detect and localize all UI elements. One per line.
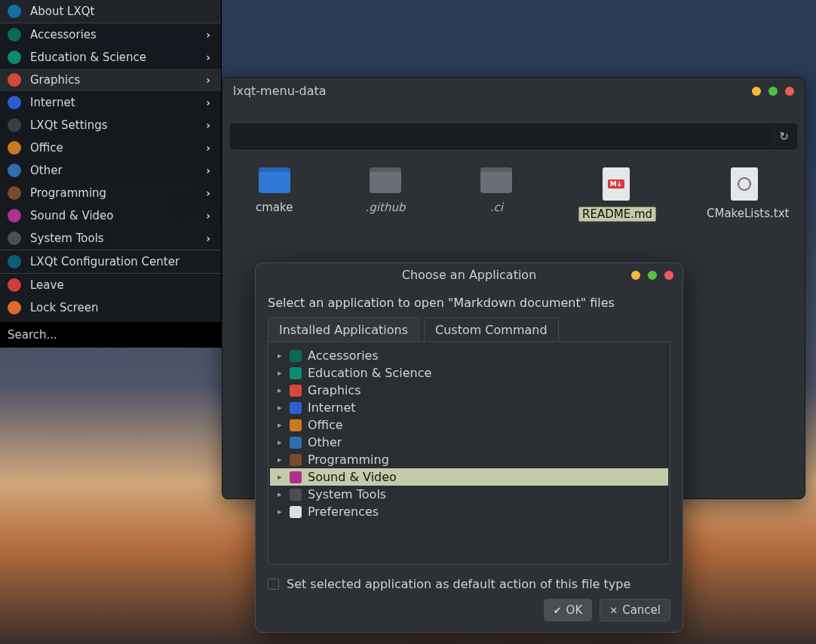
file-item[interactable]: CMakeLists.txt [707,167,782,220]
default-action-checkbox[interactable]: Set selected application as default acti… [268,577,670,591]
menu-search-input[interactable]: Search... [0,322,221,348]
ok-button[interactable]: ✔ OK [544,599,593,621]
close-button[interactable] [785,87,794,96]
tree-node-label: Preferences [308,504,379,519]
dialog-titlebar[interactable]: Choose an Application [256,263,683,287]
chevron-right-icon: › [206,142,210,154]
category-icon [290,506,302,518]
tree-node-accessories[interactable]: ▸Accessories [270,347,668,364]
cancel-button[interactable]: ✕ Cancel [600,599,670,621]
menu-item-label: LXQt Configuration Center [30,255,179,268]
menu-item-education-science[interactable]: Education & Science› [0,46,221,69]
menu-item-about-lxqt[interactable]: About LXQt [0,0,221,23]
tree-node-preferences[interactable]: ▸Preferences [270,503,668,520]
menu-item-office[interactable]: Office› [0,136,221,159]
dialog-title: Choose an Application [402,268,537,282]
tab-custom-command[interactable]: Custom Command [424,317,559,342]
checkbox-label: Set selected application as default acti… [287,577,630,591]
file-label: README.md [578,207,656,222]
folder-icon [370,167,401,193]
expand-arrow-icon: ▸ [278,403,284,412]
dialog-prompt: Select an application to open "Markdown … [268,296,670,310]
tree-node-internet[interactable]: ▸Internet [270,399,668,416]
menu-item-lock-screen[interactable]: Lock Screen [0,296,221,319]
category-icon [290,454,302,466]
reload-icon[interactable]: ↻ [774,127,793,146]
menu-item-accessories[interactable]: Accessories› [0,23,221,46]
config-file-icon [731,167,758,201]
maximize-button[interactable] [768,87,778,96]
expand-arrow-icon: ▸ [278,385,284,395]
file-grid: cmake.github.ciM↓README.mdCMakeLists.txt [222,149,805,240]
markdown-file-icon: M↓ [603,167,630,201]
check-icon: ✔ [554,605,562,616]
file-label: CMakeLists.txt [707,207,789,220]
folder-icon [480,167,512,193]
file-item[interactable]: M↓README.md [578,167,654,222]
file-item[interactable]: .ci [468,167,526,214]
category-icon [8,73,21,87]
menu-item-leave[interactable]: Leave [0,274,221,296]
tree-node-label: Office [308,418,343,432]
menu-item-label: Programming [30,186,106,200]
tree-node-sound-video[interactable]: ▸Sound & Video [270,468,668,486]
menu-item-system-tools[interactable]: System Tools› [0,227,221,250]
menu-item-internet[interactable]: Internet› [0,91,221,114]
tree-node-programming[interactable]: ▸Programming [270,451,668,468]
menu-item-lxqt-settings[interactable]: LXQt Settings› [0,114,221,136]
expand-arrow-icon: ▸ [278,472,284,482]
menu-item-label: System Tools [30,232,104,245]
menu-item-label: Accessories [30,28,97,41]
tree-node-label: Sound & Video [308,470,397,484]
category-icon [8,141,21,155]
menu-item-graphics[interactable]: Graphics› [0,69,221,91]
chevron-right-icon: › [206,119,210,131]
chevron-right-icon: › [206,210,210,222]
tree-node-label: Graphics [308,383,361,397]
menu-item-lxqt-configuration-center[interactable]: LXQt Configuration Center [0,250,221,274]
menu-item-label: LXQt Settings [30,118,108,132]
file-item[interactable]: .github [356,167,414,214]
chevron-right-icon: › [206,51,210,63]
chevron-right-icon: › [206,164,210,176]
category-icon [290,385,302,397]
file-item[interactable]: cmake [245,167,303,214]
tree-node-office[interactable]: ▸Office [270,416,668,434]
chevron-right-icon: › [206,187,210,199]
tree-node-education-science[interactable]: ▸Education & Science [270,364,668,382]
tree-node-label: Other [308,435,342,449]
expand-arrow-icon: ▸ [278,507,284,517]
tree-node-system-tools[interactable]: ▸System Tools [270,486,668,503]
menu-item-label: Office [30,141,63,155]
application-tree[interactable]: ▸Accessories▸Education & Science▸Graphic… [268,342,670,565]
chevron-right-icon: › [206,97,210,109]
window-titlebar[interactable]: lxqt-menu-data [222,78,805,104]
path-bar[interactable]: ↻ [230,124,797,149]
tree-node-graphics[interactable]: ▸Graphics [270,382,668,399]
category-icon [8,96,21,109]
category-icon [8,164,21,177]
category-icon [290,367,302,379]
category-icon [8,118,21,132]
maximize-button[interactable] [648,271,657,280]
category-icon [8,301,21,314]
tab-installed-applications[interactable]: Installed Applications [268,317,419,342]
menu-item-other[interactable]: Other› [0,159,221,182]
menu-item-programming[interactable]: Programming› [0,182,221,204]
window-controls [752,87,794,96]
minimize-button[interactable] [752,87,761,96]
category-icon [8,28,21,41]
menu-item-label: Graphics [30,73,80,87]
folder-icon [259,167,290,193]
checkbox-icon [268,578,279,590]
close-button[interactable] [664,271,673,280]
menu-item-sound-video[interactable]: Sound & Video› [0,204,221,227]
category-icon [8,5,21,18]
tree-node-label: Programming [308,452,389,467]
minimize-button[interactable] [631,271,640,280]
tree-node-other[interactable]: ▸Other [270,434,668,451]
chevron-right-icon: › [206,232,210,244]
expand-arrow-icon: ▸ [278,489,284,499]
file-label: .github [366,201,406,214]
category-icon [8,51,21,64]
